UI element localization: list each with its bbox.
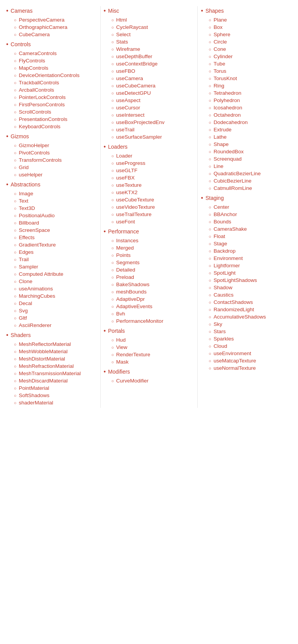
list-item[interactable]: Lathe	[209, 133, 292, 141]
list-item[interactable]: MarchingCubes	[14, 292, 97, 300]
list-item[interactable]: useEnvironment	[209, 350, 292, 357]
list-item[interactable]: Tube	[209, 60, 292, 67]
list-item[interactable]: MeshWobbleMaterial	[14, 348, 97, 355]
list-item[interactable]: useTexture	[111, 181, 195, 189]
list-item[interactable]: Html	[111, 16, 195, 23]
list-item[interactable]: ScrollControls	[14, 108, 97, 116]
list-item[interactable]: CubicBezierLine	[209, 177, 292, 184]
list-item[interactable]: MeshDistortMaterial	[14, 355, 97, 362]
list-item[interactable]: Points	[111, 252, 195, 259]
list-item[interactable]: Shape	[209, 141, 292, 148]
list-item[interactable]: CycleRaycast	[111, 23, 195, 31]
list-item[interactable]: Ring	[209, 82, 292, 89]
list-item[interactable]: PointMaterial	[14, 384, 97, 392]
list-item[interactable]: Text	[14, 197, 97, 205]
list-item[interactable]: Instances	[111, 237, 195, 244]
list-item[interactable]: useHelper	[14, 171, 97, 178]
list-item[interactable]: Trail	[14, 256, 97, 263]
list-item[interactable]: CameraControls	[14, 50, 97, 57]
list-item[interactable]: Grid	[14, 164, 97, 171]
list-item[interactable]: PositionalAudio	[14, 212, 97, 219]
list-item[interactable]: PerspectiveCamera	[14, 16, 97, 23]
list-item[interactable]: PerformanceMonitor	[111, 317, 195, 325]
list-item[interactable]: Stars	[209, 328, 292, 335]
list-item[interactable]: Circle	[209, 38, 292, 45]
list-item[interactable]: Detailed	[111, 266, 195, 273]
list-item[interactable]: CubeCamera	[14, 31, 97, 38]
list-item[interactable]: Preload	[111, 273, 195, 281]
list-item[interactable]: useAspect	[111, 97, 195, 104]
list-item[interactable]: useMatcapTexture	[209, 357, 292, 364]
list-item[interactable]: useCursor	[111, 104, 195, 111]
list-item[interactable]: Effects	[14, 234, 97, 241]
list-item[interactable]: MeshDiscardMaterial	[14, 377, 97, 384]
list-item[interactable]: ContactShadows	[209, 299, 292, 306]
list-item[interactable]: ScreenSpace	[14, 226, 97, 234]
list-item[interactable]: shaderMaterial	[14, 399, 97, 406]
list-item[interactable]: Text3D	[14, 205, 97, 212]
list-item[interactable]: KeyboardControls	[14, 123, 97, 130]
list-item[interactable]: useFBX	[111, 174, 195, 181]
list-item[interactable]: Stats	[111, 38, 195, 45]
list-item[interactable]: TorusKnot	[209, 75, 292, 82]
list-item[interactable]: ArcballControls	[14, 86, 97, 94]
list-item[interactable]: Shadow	[209, 284, 292, 291]
list-item[interactable]: useCubeTexture	[111, 196, 195, 203]
list-item[interactable]: FlyControls	[14, 57, 97, 64]
list-item[interactable]: SpotLight	[209, 269, 292, 277]
list-item[interactable]: Lightformer	[209, 262, 292, 269]
list-item[interactable]: useDetectGPU	[111, 89, 195, 97]
list-item[interactable]: SpotLightShadows	[209, 277, 292, 284]
list-item[interactable]: useBoxProjectedEnv	[111, 119, 195, 126]
list-item[interactable]: BBAnchor	[209, 211, 292, 218]
list-item[interactable]: Sparkles	[209, 335, 292, 342]
list-item[interactable]: useFBO	[111, 67, 195, 75]
list-item[interactable]: Icosahedron	[209, 104, 292, 111]
list-item[interactable]: useContextBridge	[111, 60, 195, 67]
list-item[interactable]: SoftShadows	[14, 392, 97, 399]
list-item[interactable]: Float	[209, 233, 292, 240]
list-item[interactable]: Plane	[209, 16, 292, 23]
list-item[interactable]: Polyhedron	[209, 97, 292, 104]
list-item[interactable]: Tetrahedron	[209, 89, 292, 97]
list-item[interactable]: PresentationControls	[14, 116, 97, 123]
list-item[interactable]: View	[111, 344, 195, 351]
list-item[interactable]: Segments	[111, 259, 195, 266]
list-item[interactable]: useGLTF	[111, 167, 195, 174]
list-item[interactable]: Cloud	[209, 342, 292, 350]
list-item[interactable]: Sky	[209, 320, 292, 328]
list-item[interactable]: Sphere	[209, 31, 292, 38]
list-item[interactable]: useNormalTexture	[209, 364, 292, 372]
list-item[interactable]: QuadraticBezierLine	[209, 170, 292, 177]
list-item[interactable]: RenderTexture	[111, 351, 195, 358]
list-item[interactable]: Octahedron	[209, 111, 292, 119]
list-item[interactable]: AsciiRenderer	[14, 322, 97, 329]
list-item[interactable]: Sampler	[14, 263, 97, 270]
list-item[interactable]: Stage	[209, 240, 292, 247]
list-item[interactable]: useSurfaceSampler	[111, 133, 195, 141]
list-item[interactable]: PointerLockControls	[14, 94, 97, 101]
list-item[interactable]: useIntersect	[111, 111, 195, 119]
list-item[interactable]: Bvh	[111, 310, 195, 317]
list-item[interactable]: Backdrop	[209, 247, 292, 255]
list-item[interactable]: useTrail	[111, 126, 195, 133]
list-item[interactable]: Select	[111, 31, 195, 38]
list-item[interactable]: Clone	[14, 278, 97, 285]
list-item[interactable]: Screenquad	[209, 155, 292, 163]
list-item[interactable]: Wireframe	[111, 45, 195, 53]
list-item[interactable]: OrthographicCamera	[14, 23, 97, 31]
list-item[interactable]: CameraShake	[209, 225, 292, 233]
list-item[interactable]: MapControls	[14, 64, 97, 72]
list-item[interactable]: MeshTransmissionMaterial	[14, 370, 97, 377]
list-item[interactable]: DeviceOrientationControls	[14, 72, 97, 79]
list-item[interactable]: Caustics	[209, 291, 292, 299]
list-item[interactable]: useVideoTexture	[111, 203, 195, 211]
list-item[interactable]: GradientTexture	[14, 241, 97, 248]
list-item[interactable]: MeshReflectorMaterial	[14, 340, 97, 348]
list-item[interactable]: Image	[14, 190, 97, 197]
list-item[interactable]: useProgress	[111, 159, 195, 167]
list-item[interactable]: useCubeCamera	[111, 82, 195, 89]
list-item[interactable]: useAnimations	[14, 285, 97, 292]
list-item[interactable]: PivotControls	[14, 149, 97, 156]
list-item[interactable]: RoundedBox	[209, 148, 292, 155]
